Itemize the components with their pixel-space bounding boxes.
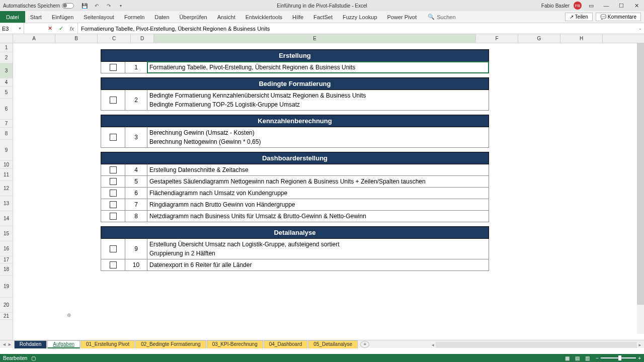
sheet-tab[interactable]: Rohdaten: [14, 340, 47, 348]
column-header-A[interactable]: A: [13, 34, 55, 43]
minimize-icon[interactable]: —: [601, 1, 612, 10]
tab-fuzzy lookup[interactable]: Fuzzy Lookup: [338, 11, 382, 23]
zoom-control[interactable]: − +: [596, 355, 641, 361]
row-header-8[interactable]: 8: [0, 128, 13, 140]
row-header-14[interactable]: 14: [0, 211, 13, 226]
confirm-icon[interactable]: ✓: [55, 23, 66, 34]
search-box[interactable]: 🔍 Suchen: [428, 11, 455, 23]
row-header-18[interactable]: 18: [0, 263, 13, 276]
view-page-layout-icon[interactable]: ▤: [573, 354, 582, 361]
row-header-7[interactable]: 7: [0, 120, 13, 128]
checkbox[interactable]: [110, 134, 117, 141]
task-row[interactable]: 6Flächendiagramm nach Umsatz von Kundeng…: [101, 188, 489, 199]
zoom-out-icon[interactable]: −: [596, 355, 599, 361]
tab-einfügen[interactable]: Einfügen: [47, 11, 78, 23]
redo-icon[interactable]: ↷: [105, 2, 112, 9]
sheet-tab[interactable]: 04_Dashboard: [264, 340, 308, 348]
select-all-corner[interactable]: [0, 34, 13, 43]
sheet-tab[interactable]: 02_Bedingte Formatierung: [135, 340, 206, 348]
checkbox[interactable]: [110, 245, 117, 252]
row-header-1[interactable]: 1: [0, 43, 13, 52]
view-page-break-icon[interactable]: ▥: [583, 354, 592, 361]
task-text[interactable]: Datenexport in 6 Reiter für alle Länder: [147, 259, 489, 270]
task-row[interactable]: 3Berechnung Gewinn (Umsatz - Kosten)Bere…: [101, 127, 489, 148]
checkbox[interactable]: [110, 64, 117, 71]
tab-formeln[interactable]: Formeln: [119, 11, 149, 23]
vertical-scrollbar[interactable]: [637, 43, 644, 334]
hscroll-right-icon[interactable]: ►: [637, 343, 643, 347]
cancel-icon[interactable]: ✕: [44, 23, 55, 34]
column-header-E[interactable]: E: [154, 34, 476, 43]
row-header-17[interactable]: 17: [0, 256, 13, 263]
tab-hilfe[interactable]: Hilfe: [287, 11, 308, 23]
row-header-12[interactable]: 12: [0, 181, 13, 196]
tab-entwicklertools[interactable]: Entwicklertools: [240, 11, 287, 23]
cell-grid[interactable]: Erstellung1Formatierung Tabelle, Pivot-E…: [13, 43, 644, 341]
column-header-G[interactable]: G: [518, 34, 560, 43]
task-row[interactable]: 8Netzdiagramm nach Business Units für Um…: [101, 211, 489, 222]
undo-icon[interactable]: ↶: [93, 2, 100, 9]
checkbox[interactable]: [110, 97, 117, 104]
tab-überprüfen[interactable]: Überprüfen: [175, 11, 212, 23]
macro-record-icon[interactable]: ▢: [31, 355, 36, 361]
task-text[interactable]: Flächendiagramm nach Umsatz von Kundengr…: [147, 188, 489, 199]
tab-power pivot[interactable]: Power Pivot: [382, 11, 422, 23]
task-text[interactable]: Ringdiagramm nach Brutto Gewinn von Händ…: [147, 199, 489, 210]
comments-button[interactable]: 💬 Kommentare: [596, 13, 641, 21]
sheet-tab[interactable]: 05_Detailanalyse: [308, 340, 358, 348]
task-text[interactable]: Gestapeltes Säulendiagramm Nettogewinn n…: [147, 176, 489, 187]
column-header-F[interactable]: F: [476, 34, 518, 43]
row-header-19[interactable]: 19: [0, 276, 13, 298]
sheet-nav[interactable]: ◄ ►: [0, 342, 14, 347]
qat-customize-icon[interactable]: ▾: [117, 2, 124, 9]
tab-ansicht[interactable]: Ansicht: [212, 11, 240, 23]
tab-seitenlayout[interactable]: Seitenlayout: [78, 11, 119, 23]
task-text[interactable]: Berechnung Gewinn (Umsatz - Kosten)Berec…: [147, 127, 489, 147]
sheet-tab[interactable]: 03_KPI-Berechnung: [207, 340, 263, 348]
task-row[interactable]: 2Bedingte Formatierung Kennzahlenübersic…: [101, 90, 489, 111]
column-header-D[interactable]: D: [131, 34, 154, 43]
checkbox[interactable]: [110, 213, 117, 220]
task-row[interactable]: 5Gestapeltes Säulendiagramm Nettogewinn …: [101, 176, 489, 188]
maximize-icon[interactable]: ☐: [616, 1, 627, 10]
row-header-11[interactable]: 11: [0, 169, 13, 181]
add-sheet-button[interactable]: +: [360, 341, 369, 348]
row-header-20[interactable]: 20: [0, 298, 13, 313]
task-row[interactable]: 9Erstellung Übersicht Umsatz nach Logist…: [101, 239, 489, 259]
scrollbar-thumb[interactable]: [637, 43, 644, 305]
row-header-3[interactable]: 3: [0, 63, 13, 78]
sheet-nav-prev-icon[interactable]: ◄: [2, 342, 7, 347]
sheet-nav-next-icon[interactable]: ►: [8, 342, 12, 347]
view-normal-icon[interactable]: ▦: [562, 354, 572, 361]
expand-formula-icon[interactable]: ⌄: [636, 26, 644, 31]
task-text[interactable]: Erstellung Übersicht Umsatz nach Logisti…: [147, 239, 489, 259]
autosave-toggle[interactable]: Automatisches Speichern: [0, 3, 77, 9]
task-text[interactable]: Bedingte Formatierung Kennzahlenübersich…: [147, 90, 489, 110]
checkbox[interactable]: [110, 166, 117, 173]
horizontal-scrollbar[interactable]: [436, 342, 637, 348]
checkbox[interactable]: [110, 178, 117, 185]
task-text[interactable]: Formatierung Tabelle, Pivot-Erstellung, …: [147, 62, 489, 73]
column-header-B[interactable]: B: [55, 34, 98, 43]
zoom-slider[interactable]: [601, 357, 636, 358]
checkbox[interactable]: [110, 201, 117, 208]
tab-daten[interactable]: Daten: [149, 11, 174, 23]
column-header-H[interactable]: H: [560, 34, 603, 43]
row-header-5[interactable]: 5: [0, 86, 13, 99]
column-header-C[interactable]: C: [98, 34, 131, 43]
row-header-13[interactable]: 13: [0, 196, 13, 211]
row-header-15[interactable]: 15: [0, 226, 13, 241]
hscroll-left-icon[interactable]: ◄: [430, 343, 436, 347]
avatar[interactable]: FB: [574, 2, 582, 10]
tab-file[interactable]: Datei: [0, 11, 25, 23]
task-row[interactable]: 7Ringdiagramm nach Brutto Gewinn von Hän…: [101, 199, 489, 211]
checkbox[interactable]: [110, 261, 117, 268]
task-row[interactable]: 1Formatierung Tabelle, Pivot-Erstellung,…: [101, 62, 489, 73]
tab-factset[interactable]: FactSet: [308, 11, 338, 23]
task-text[interactable]: Netzdiagramm nach Business Units für Ums…: [147, 211, 489, 222]
sheet-tab[interactable]: Aufgaben: [47, 340, 80, 348]
task-row[interactable]: 10Datenexport in 6 Reiter für alle Lände…: [101, 259, 489, 271]
row-header-9[interactable]: 9: [0, 140, 13, 161]
row-header-10[interactable]: 10: [0, 161, 13, 169]
close-icon[interactable]: ✕: [631, 1, 642, 10]
